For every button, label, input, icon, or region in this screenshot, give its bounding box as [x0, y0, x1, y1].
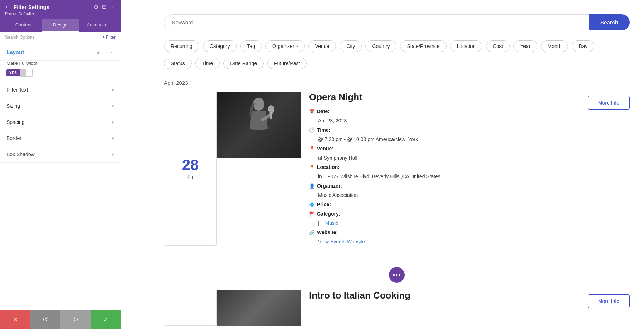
filter-tags-row1: Recurring Category Tag Organizer ▾ Venue…	[164, 40, 630, 52]
redo-icon: ↻	[73, 316, 78, 324]
section-filter-text[interactable]: Filter Text ▾	[0, 82, 121, 98]
ellipsis-button[interactable]: •••	[389, 267, 405, 283]
layout-dots-icon[interactable]: ⋮⋮	[103, 49, 114, 55]
box-shadow-chevron-icon: ▾	[112, 152, 114, 157]
more-info-button[interactable]: More Info	[588, 96, 630, 110]
event-date-box: 28 Fri	[164, 92, 217, 246]
second-event-details: Intro to Italian Cooking	[301, 290, 588, 326]
date-value-text: Apr 28, 2023 -	[318, 117, 350, 125]
meta-category-row: 🚩 Category:	[309, 210, 579, 218]
filter-tag-organizer[interactable]: Organizer ▾	[265, 40, 304, 52]
meta-time-row: 🕐 Time:	[309, 126, 579, 134]
meta-category-value-row: | Music	[309, 219, 579, 227]
filter-tag-country[interactable]: Country	[365, 40, 396, 52]
location-pin-icon: 📍	[309, 164, 315, 171]
cancel-icon: ✕	[13, 316, 18, 324]
filter-text-chevron-icon: ▾	[112, 87, 114, 93]
filter-tag-location[interactable]: Location	[450, 40, 483, 52]
section-spacing-title: Spacing	[6, 119, 25, 125]
meta-location-value-row: in 9077 Wilshire Blvd, Beverly Hills ,CA…	[309, 173, 579, 180]
filter-tag-future-past[interactable]: Future/Past	[267, 58, 307, 69]
website-link[interactable]: View Events Website	[318, 238, 365, 246]
section-sizing[interactable]: Sizing ▾	[0, 98, 121, 114]
category-link[interactable]: Music	[325, 219, 338, 227]
meta-venue-value-row: at Symphony Hall	[309, 154, 579, 162]
spacing-chevron-icon: ▾	[112, 120, 114, 125]
bottom-toolbar: ✕ ↺ ↻ ✓	[0, 310, 121, 329]
organizer-person-icon: 👤	[309, 183, 315, 190]
back-arrow-icon[interactable]: ←	[5, 4, 11, 10]
add-filter-button[interactable]: + Filter	[102, 35, 116, 40]
venue-value-text: at Symphony Hall	[318, 154, 357, 162]
panel-title: Filter Settings	[14, 4, 49, 10]
event-more-col: More Info	[588, 92, 630, 246]
toggle-bar[interactable]	[20, 69, 33, 77]
cancel-button[interactable]: ✕	[0, 310, 30, 329]
filter-tag-status[interactable]: Status	[164, 58, 192, 69]
panel-header: ← Filter Settings ⊙ ⊞ ⋮ Preset: Default …	[0, 0, 121, 32]
time-label: Time:	[317, 126, 330, 134]
search-button[interactable]: Search	[589, 14, 630, 30]
date-label: Date:	[317, 108, 330, 115]
search-options-text: Search Options	[5, 35, 35, 40]
event-image-placeholder	[217, 92, 301, 158]
event-card-opera-night: 28 Fri	[164, 92, 630, 246]
filter-tag-month[interactable]: Month	[541, 40, 569, 52]
filter-tag-tag[interactable]: Tag	[240, 40, 262, 52]
second-event-more-col: More Info	[588, 290, 630, 326]
website-link-icon: 🔗	[309, 229, 315, 236]
filter-tag-venue[interactable]: Venue	[308, 40, 336, 52]
filter-tag-category[interactable]: Category	[203, 40, 237, 52]
svg-rect-2	[270, 113, 272, 119]
price-diamond-icon: 💠	[309, 201, 315, 208]
second-date-box	[164, 290, 217, 326]
tab-advanced[interactable]: Advanced	[79, 19, 116, 32]
event-title: Opera Night	[309, 92, 579, 103]
undo-button[interactable]: ↺	[30, 310, 61, 329]
filter-tag-recurring[interactable]: Recurring	[164, 40, 199, 52]
toggle-yes-label: YES	[6, 69, 20, 76]
filter-tag-time[interactable]: Time	[195, 58, 220, 69]
section-border-title: Border	[6, 135, 21, 141]
panel-body: Layout ▲ ⋮⋮ Make Fullwidth YES Filter Te…	[0, 43, 121, 329]
calendar-icon: 📅	[309, 108, 315, 115]
venue-pin-icon: 📍	[309, 145, 315, 153]
filter-tag-year[interactable]: Year	[513, 40, 537, 52]
filter-tag-day[interactable]: Day	[572, 40, 594, 52]
tab-content[interactable]: Content	[5, 19, 42, 32]
filter-tag-date-range[interactable]: Date Range	[223, 58, 264, 69]
event-date-day: Fri	[187, 174, 193, 180]
section-layout-title: Layout	[6, 49, 24, 55]
section-spacing[interactable]: Spacing ▾	[0, 114, 121, 130]
target-icon[interactable]: ⊙	[94, 4, 98, 10]
section-sizing-title: Sizing	[6, 103, 20, 109]
event-date-number: 28	[182, 158, 199, 173]
section-border[interactable]: Border ▾	[0, 130, 121, 146]
second-event-title: Intro to Italian Cooking	[309, 290, 579, 301]
second-event-image	[217, 290, 301, 326]
keyword-input[interactable]	[164, 14, 589, 30]
date-value	[332, 108, 333, 115]
filter-tag-city[interactable]: City	[340, 40, 362, 52]
section-box-shadow[interactable]: Box Shadow ▾	[0, 146, 121, 163]
second-more-info-button[interactable]: More Info	[588, 294, 630, 308]
organizer-caret-icon: ▾	[296, 44, 298, 48]
fullwidth-toggle[interactable]: YES	[6, 69, 114, 77]
location-prefix: in	[318, 173, 322, 180]
more-options-icon[interactable]: ⋮	[110, 4, 116, 10]
filter-tag-cost[interactable]: Cost	[486, 40, 510, 52]
event-image-svg	[243, 96, 275, 154]
section-filter-text-title: Filter Text	[6, 87, 28, 93]
preset-row[interactable]: Preset: Default ▾	[5, 11, 116, 19]
redo-button[interactable]: ↻	[60, 310, 91, 329]
columns-icon[interactable]: ⊞	[102, 4, 107, 10]
location-label: Location:	[317, 164, 340, 171]
filter-tag-state-province[interactable]: State/Province	[400, 40, 446, 52]
event-image	[217, 92, 301, 158]
section-layout[interactable]: Layout ▲ ⋮⋮	[0, 43, 121, 61]
confirm-button[interactable]: ✓	[91, 310, 121, 329]
border-chevron-icon: ▾	[112, 136, 114, 141]
meta-date-value-row: Apr 28, 2023 -	[309, 117, 579, 125]
category-flag-icon: 🚩	[309, 211, 315, 218]
tab-design[interactable]: Design	[42, 19, 79, 32]
